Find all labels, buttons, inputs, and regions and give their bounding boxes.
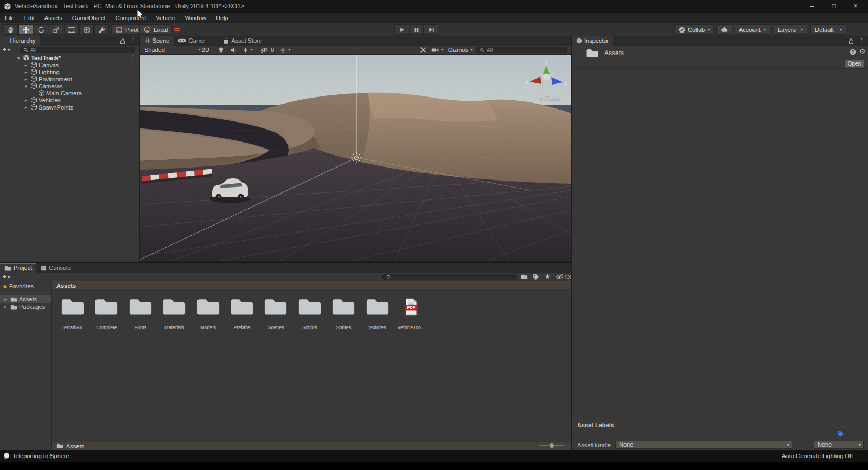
scene-viewport[interactable]: y x z < Persp: [140, 55, 571, 261]
open-button[interactable]: Open: [845, 60, 864, 68]
fold-arrow-icon[interactable]: ▸: [23, 69, 29, 75]
fold-arrow-icon[interactable]: ▸: [23, 62, 29, 68]
project-item-textures[interactable]: textures: [361, 296, 394, 330]
scene-audio-toggle[interactable]: [230, 46, 237, 54]
fold-arrow-icon[interactable]: ▾: [23, 83, 29, 89]
lock-icon[interactable]: [848, 38, 854, 44]
hierarchy-item-vehicles[interactable]: ▸Vehicles: [0, 96, 139, 104]
menu-vehicle[interactable]: Vehicle: [151, 13, 180, 23]
hidden-packages-icon[interactable]: [556, 274, 564, 280]
layers-dropdown[interactable]: Layers ▾: [774, 24, 807, 35]
scene-lighting-toggle[interactable]: [218, 46, 224, 54]
project-search-input[interactable]: [382, 274, 517, 280]
project-item-sprites[interactable]: Sprites: [327, 296, 360, 330]
project-item-complete[interactable]: Complete: [90, 296, 123, 330]
kebab-menu-icon[interactable]: ⋮: [859, 37, 865, 44]
kebab-menu-icon[interactable]: ⋮: [130, 54, 136, 61]
play-button[interactable]: [394, 24, 409, 35]
assetbundle-dropdown[interactable]: None ▾: [615, 441, 792, 449]
project-item-vehicletoo[interactable]: PDFVehicleToo...: [395, 296, 427, 330]
project-item-fonts[interactable]: Fonts: [124, 296, 157, 330]
axis-z-cone[interactable]: [551, 77, 563, 85]
hierarchy-scene-row[interactable]: ▾ TestTrack* ⋮: [0, 54, 139, 61]
menu-window[interactable]: Window: [180, 13, 211, 23]
project-item-prefabs[interactable]: Prefabs: [226, 296, 258, 330]
gizmo-center[interactable]: [543, 74, 550, 81]
tab-scene[interactable]: Scene: [140, 36, 174, 46]
account-dropdown[interactable]: Account ▾: [735, 24, 770, 35]
hidden-objects-toggle[interactable]: 0: [260, 46, 274, 54]
search-by-type-icon[interactable]: [521, 274, 528, 280]
axis-y-cone[interactable]: [543, 66, 550, 74]
fold-arrow-icon[interactable]: ▸: [23, 76, 29, 82]
save-search-icon[interactable]: ★: [545, 273, 551, 280]
collab-dropdown[interactable]: Collab ▾: [674, 24, 714, 35]
pivot-toggle-button[interactable]: Pivot: [111, 24, 143, 35]
help-icon[interactable]: ?: [850, 49, 856, 55]
assetbundle-variant-dropdown[interactable]: None ▾: [814, 441, 864, 449]
scene-effects-dropdown[interactable]: ▾: [242, 46, 253, 54]
fold-arrow-icon[interactable]: ▾: [15, 55, 22, 61]
step-button[interactable]: [424, 24, 438, 35]
project-item-terrainau[interactable]: _TerrainAu...: [56, 296, 89, 330]
cloud-button[interactable]: [716, 24, 732, 35]
tree-item-favorites[interactable]: ★ Favorites: [0, 282, 51, 290]
hierarchy-item-environment[interactable]: ▸Environment: [0, 75, 139, 82]
gizmos-dropdown[interactable]: Gizmos ▾: [448, 46, 473, 54]
create-button[interactable]: + ▾: [3, 46, 10, 53]
axis-x-cone[interactable]: [529, 76, 541, 84]
gear-icon[interactable]: ⚙: [859, 48, 865, 55]
tab-inspector[interactable]: Inspector: [572, 36, 613, 46]
create-button[interactable]: + ▾: [3, 273, 10, 280]
grid-snap-button[interactable]: [170, 24, 184, 35]
grid-settings-dropdown[interactable]: ▾: [280, 46, 290, 54]
fold-arrow-icon[interactable]: ▸: [23, 98, 29, 103]
tab-hierarchy[interactable]: ≡ Hierarchy: [0, 36, 40, 46]
scene-search-input[interactable]: All: [476, 47, 567, 53]
lock-icon[interactable]: [120, 38, 125, 44]
tab-asset-store[interactable]: Asset Store: [219, 36, 266, 46]
status-bar[interactable]: Teleporting to Sphere Auto Generate Ligh…: [0, 450, 868, 462]
menu-component[interactable]: Component: [110, 13, 151, 23]
menu-file[interactable]: File: [0, 13, 20, 23]
project-item-models[interactable]: Models: [192, 296, 225, 330]
project-item-scripts[interactable]: Scripts: [293, 296, 326, 330]
scene-tools-button[interactable]: [420, 46, 426, 54]
shading-mode-dropdown[interactable]: Shaded ▾: [142, 46, 203, 54]
fold-arrow-icon[interactable]: ▸: [2, 304, 9, 310]
label-tag-icon[interactable]: [837, 430, 844, 437]
hierarchy-item-lighting[interactable]: ▸Lighting: [0, 68, 139, 75]
pause-button[interactable]: [409, 24, 424, 35]
toggle-2d-button[interactable]: 2D: [202, 46, 209, 54]
tab-game[interactable]: Game: [174, 36, 209, 46]
fold-arrow-icon[interactable]: ▸: [23, 105, 29, 110]
tab-project[interactable]: Project: [0, 263, 36, 273]
maximize-button[interactable]: □: [828, 2, 840, 10]
menu-help[interactable]: Help: [211, 13, 233, 23]
search-by-label-icon[interactable]: [533, 274, 539, 280]
scene-camera-dropdown[interactable]: ▾: [431, 46, 443, 54]
minimize-button[interactable]: –: [806, 2, 818, 10]
hierarchy-search-input[interactable]: All: [20, 47, 135, 53]
asset-labels-header[interactable]: Asset Labels: [572, 421, 868, 429]
hierarchy-item-spawnpoints[interactable]: ▸SpawnPoints: [0, 104, 139, 111]
slider-knob[interactable]: [550, 443, 554, 448]
project-item-scenes[interactable]: Scenes: [259, 296, 292, 330]
move-tool-button[interactable]: [18, 24, 33, 35]
hierarchy-item-cameras[interactable]: ▾Cameras: [0, 82, 139, 89]
rotate-tool-button[interactable]: [34, 24, 48, 35]
hand-tool-button[interactable]: [3, 24, 18, 35]
menu-edit[interactable]: Edit: [20, 13, 40, 23]
project-item-materials[interactable]: Materials: [158, 296, 190, 330]
orientation-gizmo[interactable]: y x z: [524, 56, 569, 95]
kebab-menu-icon[interactable]: ⋮: [130, 37, 136, 44]
custom-tool-button[interactable]: [94, 24, 109, 35]
menu-gameobject[interactable]: GameObject: [67, 13, 111, 23]
fold-arrow-icon[interactable]: ▸: [2, 297, 9, 302]
local-toggle-button[interactable]: Local: [139, 24, 172, 35]
tree-item-packages[interactable]: ▸ Packages: [0, 303, 51, 311]
directional-light-gizmo[interactable]: [351, 152, 362, 163]
tree-item-assets[interactable]: ▸ Assets: [0, 295, 51, 303]
hierarchy-item-main-camera[interactable]: Main Camera: [0, 89, 139, 96]
tab-console[interactable]: Console: [36, 263, 75, 273]
